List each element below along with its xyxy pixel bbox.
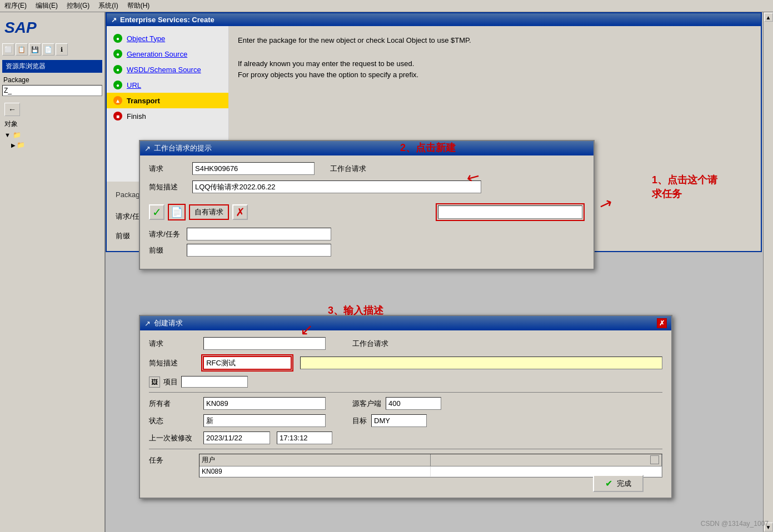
cr-body: 请求 工作台请求 简短描述 🖼 项目 [140, 330, 671, 489]
cr-owner-label: 所有者 [149, 399, 199, 409]
req-task-label: 请求/任务 [149, 229, 182, 239]
request-task-highlight-box [436, 203, 585, 221]
wb-own-request-button[interactable]: 自有请求 [189, 204, 229, 220]
step-icon-object-type: ● [113, 34, 122, 43]
wb-cancel-button[interactable]: ✗ [232, 204, 248, 220]
wizard-step-object-type[interactable]: ● Object Type [107, 31, 228, 46]
cr-shortdesc-label: 简短描述 [149, 358, 197, 368]
complete-check-icon: ✔ [605, 478, 612, 489]
package-label-sidebar: Package [2, 75, 102, 85]
toolbar-btn-5[interactable]: ℹ [56, 43, 68, 56]
tasks-col1-header: 用户 [200, 454, 431, 466]
wb-request-input[interactable] [192, 162, 315, 175]
create-request-dialog: ↗ 创建请求 ✗ 请求 工作台请求 简短描述 [139, 315, 672, 499]
cr-proj-row: 🖼 项目 [149, 376, 662, 388]
req-prefix-label: 前缀 [149, 245, 182, 255]
wb-cancel-icon: ✗ [236, 205, 245, 219]
wizard-content-text1: Enter the package for the new object or … [238, 35, 752, 47]
request-task-highlighted-input[interactable] [438, 205, 582, 219]
cr-proj-label: 项目 [163, 377, 178, 387]
req-task-input[interactable] [187, 228, 331, 240]
step-icon-finish: ■ [113, 112, 122, 121]
cr-source-client-input[interactable] [386, 397, 441, 410]
cr-request-row: 请求 工作台请求 [149, 337, 662, 350]
wizard-step-url[interactable]: ● URL [107, 77, 228, 93]
back-button[interactable]: ← [4, 103, 20, 116]
toolbar-btn-1[interactable]: ⬜ [2, 43, 14, 56]
step-label-finish: Finish [127, 112, 146, 121]
workbench-title: 工作台请求的提示 [154, 143, 212, 153]
cr-owner-row: 所有者 源客户端 [149, 397, 662, 410]
enterprise-dialog-title: Enterprise Services: Create [120, 16, 215, 24]
step-icon-transport: ▲ [113, 96, 122, 105]
scroll-up-arrow[interactable]: ▲ [764, 13, 773, 22]
step-link-object-type[interactable]: Object Type [127, 34, 165, 43]
tasks-cell-user: KN089 [200, 466, 431, 476]
cr-titlebar: ↗ 创建请求 ✗ [140, 316, 671, 330]
step-link-wsdl-source[interactable]: WSDL/Schema Source [127, 66, 201, 74]
cr-source-client-label: 源客户端 [352, 399, 381, 409]
menu-item-program[interactable]: 程序(E) [4, 1, 27, 11]
wb-check-icon: ✓ [152, 205, 162, 219]
cr-modified-time-input[interactable] [277, 431, 332, 444]
package-input-sidebar[interactable] [2, 85, 102, 96]
left-sidebar: SAP ⬜ 📋 💾 📄 ℹ 资源库浏览器 Package ← 对象 ▼ 📁 ▶ … [0, 12, 106, 532]
wb-shortdesc-input[interactable] [192, 180, 481, 193]
obj-label: 对象 [2, 118, 102, 130]
wizard-step-wsdl-source[interactable]: ● WSDL/Schema Source [107, 62, 228, 77]
csdn-watermark: CSDN @1314ay_1007 [701, 520, 769, 528]
wizard-step-generation-source[interactable]: ● Generation Source [107, 46, 228, 62]
menu-item-edit[interactable]: 编辑(E) [36, 1, 58, 11]
wb-check-button[interactable]: ✓ [149, 204, 164, 220]
step-icon-generation-source: ● [113, 49, 122, 58]
wizard-step-finish[interactable]: ■ Finish [107, 108, 228, 124]
cr-workbench-label: 工作台请求 [352, 339, 388, 349]
cr-owner-input[interactable] [203, 397, 326, 410]
wb-new-doc-button[interactable]: 📄 [168, 204, 186, 220]
cr-title: 创建请求 [154, 318, 183, 328]
wb-request-row: 请求 工作台请求 [149, 162, 585, 175]
cr-target-label: 目标 [352, 416, 367, 426]
step-link-url[interactable]: URL [127, 81, 141, 89]
req-prefix-input[interactable] [187, 244, 331, 257]
cr-proj-input[interactable] [181, 376, 248, 388]
cr-divider [149, 392, 662, 393]
tasks-scroll-btn[interactable] [650, 455, 659, 464]
step-link-generation-source[interactable]: Generation Source [127, 50, 187, 58]
cr-modified-row: 上一次被修改 [149, 431, 662, 444]
wizard-step-transport[interactable]: ▲ Transport [107, 93, 228, 108]
menu-item-help[interactable]: 帮助(H) [127, 1, 150, 11]
sap-logo: SAP [2, 14, 102, 41]
menu-bar: 程序(E) 编辑(E) 控制(G) 系统(I) 帮助(H) [0, 0, 773, 12]
enterprise-dialog-titlebar: ↗ Enterprise Services: Create [107, 13, 761, 26]
wizard-content-text3: For proxy objects you have the option to… [238, 69, 752, 81]
cr-tasks-header: 用户 [200, 454, 662, 466]
cr-icon: ↗ [144, 319, 151, 328]
cr-shortdesc-row: 简短描述 [149, 354, 662, 372]
cr-shortdesc-long-input[interactable] [300, 357, 662, 369]
cr-shortdesc-input[interactable] [203, 356, 292, 370]
scrollbar-right[interactable]: ▲ ▼ [763, 12, 773, 532]
cr-modified-label: 上一次被修改 [149, 433, 199, 443]
toolbar-btn-4[interactable]: 📄 [42, 43, 54, 56]
cr-target-input[interactable] [371, 414, 427, 427]
menu-item-control[interactable]: 控制(G) [67, 1, 89, 11]
cr-modified-date-input[interactable] [203, 431, 270, 444]
toolbar-btn-3[interactable]: 💾 [29, 43, 41, 56]
new-doc-icon: 📄 [171, 206, 183, 218]
cr-status-input[interactable] [203, 414, 326, 427]
req-prefix-row: 前缀 [149, 244, 585, 257]
cr-request-input[interactable] [203, 337, 326, 350]
cr-tasks-table: 用户 KN089 [199, 454, 662, 478]
cr-shortdesc-highlight [201, 354, 293, 372]
complete-button[interactable]: ✔ 完成 [593, 475, 644, 492]
menu-item-system[interactable]: 系统(I) [98, 1, 118, 11]
enterprise-icon: ↗ [111, 16, 117, 24]
toolbar-btn-2[interactable]: 📋 [16, 43, 28, 56]
wb-shortdesc-label: 简短描述 [149, 182, 188, 192]
workbench-dialog: ↗ 工作台请求的提示 请求 工作台请求 简短描述 ✓ [139, 140, 595, 270]
cr-close-button[interactable]: ✗ [657, 318, 667, 328]
main-content: ↗ Enterprise Services: Create ● Object T… [106, 12, 773, 532]
resource-browser-label: 资源库浏览器 [2, 60, 102, 73]
cr-footer: ✔ 完成 [140, 489, 671, 498]
